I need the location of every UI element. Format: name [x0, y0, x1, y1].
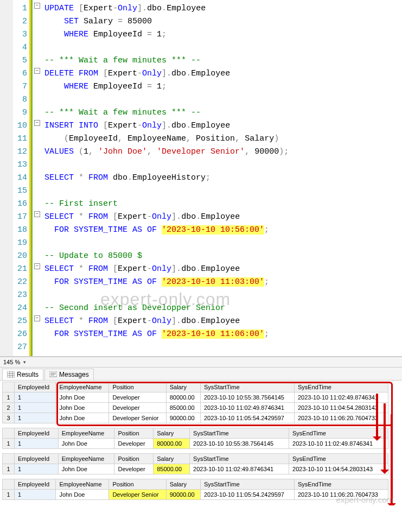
column-header[interactable]: Salary	[154, 428, 190, 439]
code-line[interactable]: -- First insert	[44, 198, 399, 211]
code-line[interactable]: WHERE EmployeeId = 1;	[44, 80, 399, 93]
table-row[interactable]: 11John DoeDeveloper80000.002023-10-10 10…	[3, 439, 388, 449]
annotation-red-box	[56, 382, 393, 426]
fold-gutter[interactable]: − − − − − −	[33, 0, 41, 356]
code-line[interactable]: FOR SYSTEM_TIME AS OF '2023-10-10 11:03:…	[44, 276, 399, 289]
tab-results-label: Results	[17, 371, 39, 378]
code-line[interactable]: INSERT INTO [Expert-Only].dbo.Employee	[44, 119, 399, 132]
cell[interactable]: 2023-10-10 11:04:54.2803143	[289, 464, 388, 474]
code-body[interactable]: UPDATE [Expert-Only].dbo.Employee SET Sa…	[41, 0, 402, 356]
column-header[interactable]: EmployeeId	[15, 454, 59, 464]
cell[interactable]: John Doe	[58, 439, 114, 449]
annotation-arrow-2	[384, 403, 386, 473]
code-line[interactable]: SELECT * FROM [Expert-Only].dbo.Employee	[44, 315, 399, 328]
cell[interactable]: Developer Senior	[109, 490, 166, 500]
cell[interactable]: 1	[15, 403, 56, 413]
column-header[interactable]: SysStartTime	[200, 479, 294, 490]
code-line[interactable]	[44, 185, 399, 198]
results-panel: EmployeeIdEmployeeNamePositionSalarySysS…	[0, 381, 402, 505]
code-line[interactable]	[44, 237, 399, 250]
editor-margin	[0, 0, 13, 356]
cell[interactable]: John Doe	[56, 490, 109, 500]
code-line[interactable]: SELECT * FROM [Expert-Only].dbo.Employee	[44, 263, 399, 276]
table-row[interactable]: 11John DoeDeveloper Senior90000.002023-1…	[3, 490, 388, 500]
column-header[interactable]: Salary	[154, 454, 190, 464]
results-grid[interactable]: EmployeeIdEmployeeNamePositionSalarySysS…	[2, 453, 388, 474]
cell[interactable]: Developer	[114, 464, 154, 474]
code-line[interactable]: (EmployeeId, EmployeeName, Position, Sal…	[44, 132, 399, 145]
zoom-level-label[interactable]: 145 %	[3, 359, 20, 365]
tab-results[interactable]: Results	[2, 369, 43, 380]
code-line[interactable]: FOR SYSTEM_TIME AS OF '2023-10-10 11:06:…	[44, 328, 399, 341]
annotation-arrow-3	[391, 414, 393, 505]
cell[interactable]: 80000.00	[154, 439, 190, 449]
cell[interactable]: 1	[15, 392, 56, 403]
table-row[interactable]: 11John DoeDeveloper85000.002023-10-10 11…	[3, 464, 388, 474]
code-line[interactable]	[44, 341, 399, 354]
column-header[interactable]: EmployeeName	[56, 479, 109, 490]
results-tabs: Results Messages	[0, 368, 402, 381]
cell[interactable]: 2023-10-10 11:02:49.8746341	[190, 464, 289, 474]
annotation-arrow-1	[376, 394, 378, 440]
chevron-down-icon[interactable]: ▼	[22, 360, 27, 365]
tab-messages-label: Messages	[59, 371, 89, 378]
cell[interactable]: 2023-10-10 10:55:38.7564145	[190, 439, 289, 449]
tab-messages[interactable]: Messages	[44, 369, 94, 380]
cell[interactable]: Developer	[114, 439, 154, 449]
column-header[interactable]: SysEndTime	[294, 479, 388, 490]
code-line[interactable]	[44, 93, 399, 106]
results-grid[interactable]: EmployeeIdEmployeeNamePositionSalarySysS…	[2, 428, 388, 449]
code-line[interactable]: -- Update to 85000 $	[44, 250, 399, 263]
column-header[interactable]: SysStartTime	[190, 454, 289, 464]
cell[interactable]: 1	[15, 490, 56, 500]
column-header[interactable]: EmployeeId	[15, 428, 59, 439]
column-header[interactable]: EmployeeId	[15, 479, 56, 490]
code-line[interactable]: UPDATE [Expert-Only].dbo.Employee	[44, 2, 399, 15]
column-header[interactable]: EmployeeId	[15, 382, 56, 392]
cell[interactable]: John Doe	[58, 464, 114, 474]
column-header[interactable]: Salary	[166, 479, 200, 490]
cell[interactable]: 1	[15, 464, 59, 474]
column-header[interactable]: EmployeeName	[58, 454, 114, 464]
code-line[interactable]: FOR SYSTEM_TIME AS OF '2023-10-10 10:56:…	[44, 224, 399, 237]
code-line[interactable]: DELETE FROM [Expert-Only].dbo.Employee	[44, 67, 399, 80]
svg-rect-0	[7, 371, 15, 378]
cell[interactable]: 2023-10-10 11:05:54.2429597	[200, 490, 294, 500]
column-header[interactable]: EmployeeName	[58, 428, 114, 439]
cell[interactable]: 90000.00	[166, 490, 200, 500]
code-line[interactable]	[44, 289, 399, 302]
column-header[interactable]: Position	[109, 479, 166, 490]
cell[interactable]: 1	[15, 413, 56, 423]
cell[interactable]: 1	[15, 439, 59, 449]
code-line[interactable]: SELECT * FROM dbo.EmployeeHistory;	[44, 172, 399, 185]
code-line[interactable]	[44, 159, 399, 172]
column-header[interactable]: Position	[114, 428, 154, 439]
code-line[interactable]: -- Second insert as Developper Senior	[44, 302, 399, 315]
cell[interactable]: 85000.00	[154, 464, 190, 474]
results-grid[interactable]: EmployeeIdEmployeeNamePositionSalarySysS…	[2, 479, 388, 500]
zoom-bar[interactable]: 145 % ▼	[0, 357, 402, 368]
column-header[interactable]: SysEndTime	[289, 454, 388, 464]
results-grid-icon	[7, 371, 15, 378]
line-number-gutter: 1234567891011121314151617181920212223242…	[13, 0, 29, 356]
column-header[interactable]: Position	[114, 454, 154, 464]
messages-icon	[49, 371, 57, 378]
code-line[interactable]: -- *** Wait a few minutes *** --	[44, 54, 399, 67]
code-line[interactable]: SELECT * FROM [Expert-Only].dbo.Employee	[44, 211, 399, 224]
sql-editor[interactable]: 1234567891011121314151617181920212223242…	[0, 0, 402, 357]
code-line[interactable]: -- *** Wait a few minutes *** --	[44, 106, 399, 119]
code-line[interactable]	[44, 41, 399, 54]
column-header[interactable]: SysStartTime	[190, 428, 289, 439]
code-line[interactable]: SET Salary = 85000	[44, 15, 399, 28]
cell[interactable]: 2023-10-10 11:06:20.7604733	[294, 490, 388, 500]
code-line[interactable]: WHERE EmployeeId = 1;	[44, 28, 399, 41]
code-line[interactable]: VALUES (1, 'John Doe', 'Developer Senior…	[44, 145, 399, 159]
